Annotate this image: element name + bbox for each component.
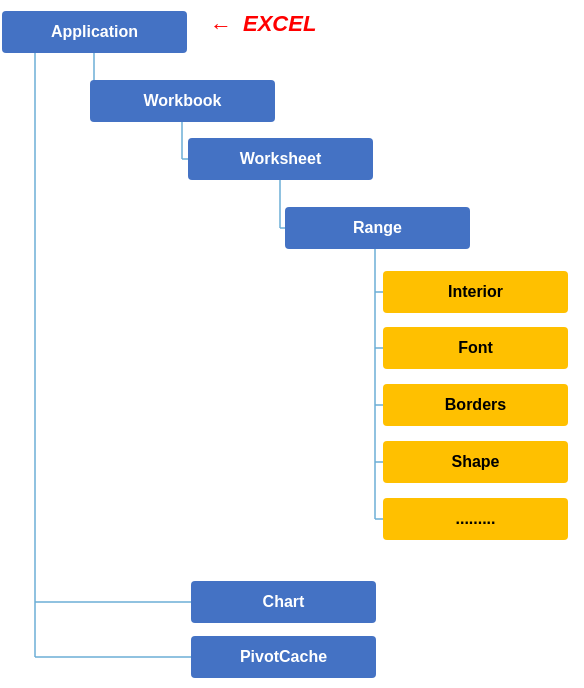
borders-node: Borders — [383, 384, 568, 426]
arrow-icon: ← — [210, 13, 232, 39]
workbook-node: Workbook — [90, 80, 275, 122]
dots-node: ......... — [383, 498, 568, 540]
pivotcache-node: PivotCache — [191, 636, 376, 678]
worksheet-node: Worksheet — [188, 138, 373, 180]
shape-node: Shape — [383, 441, 568, 483]
font-node: Font — [383, 327, 568, 369]
excel-label: EXCEL — [243, 11, 316, 37]
range-node: Range — [285, 207, 470, 249]
diagram: ← EXCEL Application Workbook Worksheet R… — [0, 0, 584, 688]
application-node: Application — [2, 11, 187, 53]
interior-node: Interior — [383, 271, 568, 313]
chart-node: Chart — [191, 581, 376, 623]
